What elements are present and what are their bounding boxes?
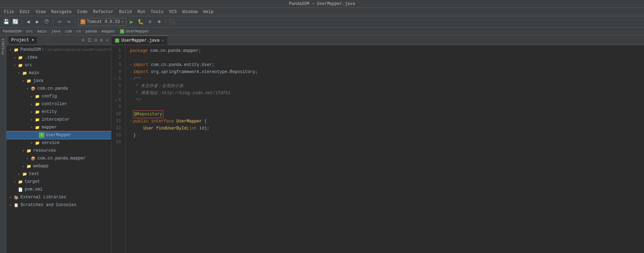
code-line-12: ▾ User findUserById(int id); bbox=[130, 125, 644, 132]
run-button[interactable]: ▶ bbox=[128, 18, 136, 26]
code-line-6: ▾ * 本文作者：谷哥的小弟 bbox=[130, 83, 644, 90]
menu-file[interactable]: File bbox=[1, 9, 17, 15]
menu-navigate[interactable]: Navigate bbox=[49, 9, 74, 15]
tree-label: interceptor bbox=[42, 117, 70, 122]
tree-item-pandassm[interactable]: 📁 PandaSSM E:\Dropbox\phoenix\JavaProjec… bbox=[6, 46, 111, 54]
menu-refactor[interactable]: Refactor bbox=[91, 9, 116, 15]
code-area[interactable]: package com.cn.panda.mapper; ▾import com… bbox=[126, 45, 644, 253]
bc-mapper[interactable]: mapper bbox=[102, 29, 116, 34]
code-line-5: ▾/** bbox=[130, 76, 644, 83]
tree-label: com.cn.panda.mapper bbox=[37, 156, 86, 161]
save-button[interactable]: 💾 bbox=[2, 18, 10, 26]
coverage-button[interactable]: ⊕ bbox=[146, 18, 154, 26]
toolbar-separator-2 bbox=[53, 18, 53, 25]
bc-panda[interactable]: panda bbox=[85, 29, 97, 34]
toolbar-separator-1 bbox=[22, 18, 22, 25]
tree-label: webapp bbox=[33, 164, 48, 169]
fold-icon-5[interactable]: ▾ bbox=[112, 77, 116, 82]
toolbar: 💾 🔄 ◀ ▶ ⏱ ↩ ↪ T Tomcat 9.0.33 ▾ ▶ 🐛 ⊕ ⊗ … bbox=[0, 16, 644, 28]
tree-item-extlibs[interactable]: 📚 External Libraries bbox=[6, 193, 111, 201]
tree-item-usermapper[interactable]: I UserMapper bbox=[6, 131, 111, 139]
code-line-8: ▾ */ bbox=[130, 97, 644, 104]
tab-close-btn[interactable]: ✕ bbox=[162, 38, 164, 43]
sidebar-icon-locate[interactable]: ⊕ bbox=[81, 37, 85, 44]
redo-button[interactable]: ↪ bbox=[65, 18, 73, 26]
tree-item-entity[interactable]: 📁 entity bbox=[6, 108, 111, 116]
sidebar-icon-settings[interactable]: ⚙ bbox=[99, 37, 103, 44]
forward-button[interactable]: ▶ bbox=[34, 18, 41, 26]
bc-com[interactable]: com bbox=[65, 29, 72, 34]
editor-tab-usermapper[interactable]: I UserMapper.java ✕ bbox=[112, 36, 168, 45]
sidebar-icon-list[interactable]: ☰ bbox=[87, 37, 92, 44]
project-vertical-tab[interactable]: Project bbox=[0, 35, 6, 57]
folder-icon: 📁 bbox=[18, 55, 23, 60]
tree-item-java[interactable]: 📁 java bbox=[6, 77, 111, 85]
sidebar-tab-project[interactable]: Project ▾ bbox=[8, 36, 37, 44]
tree-item-idea[interactable]: 📁 .idea bbox=[6, 54, 111, 61]
sidebar-icon-fold[interactable]: ⊟ bbox=[94, 37, 98, 44]
code-line-13: ▾} bbox=[130, 132, 644, 139]
menu-view[interactable]: View bbox=[33, 9, 48, 15]
fold-icon-8[interactable]: ▴ bbox=[115, 98, 117, 103]
bc-cn[interactable]: cn bbox=[76, 29, 81, 34]
back-button[interactable]: ◀ bbox=[24, 18, 32, 26]
menu-edit[interactable]: Edit bbox=[17, 9, 32, 15]
tree-item-src[interactable]: 📁 src bbox=[6, 61, 111, 69]
bc-pandassm[interactable]: PandaSSM bbox=[3, 29, 22, 34]
tree-label: resources bbox=[33, 148, 56, 153]
test-folder-icon: 📁 bbox=[22, 171, 28, 177]
menu-vcs[interactable]: VCS bbox=[167, 9, 179, 15]
editor-area[interactable]: 1 2 3 4 ▾ 5 6 7 ▴ 8 9 10 11 12 13 14 bbox=[112, 45, 644, 253]
tree-item-interceptor[interactable]: 📁 interceptor bbox=[6, 116, 111, 124]
tree-label: service bbox=[42, 140, 59, 145]
tree-item-webapp[interactable]: 📁 webapp bbox=[6, 162, 111, 170]
profile-button[interactable]: ⊗ bbox=[155, 18, 163, 26]
tree-item-comcnpanda[interactable]: 📦 com.cn.panda bbox=[6, 85, 111, 92]
debug-button[interactable]: 🐛 bbox=[137, 18, 145, 26]
tree-item-mapper[interactable]: 📁 mapper bbox=[6, 124, 111, 131]
sync-button[interactable]: 🔄 bbox=[11, 18, 19, 26]
tree-item-scratches[interactable]: 📋 Scratches and Consoles bbox=[6, 201, 111, 209]
bc-usermapper[interactable]: UserMapper bbox=[126, 29, 149, 34]
tree-item-main[interactable]: 📁 main bbox=[6, 69, 111, 77]
sidebar-icon-hide[interactable]: ✕ bbox=[105, 37, 109, 44]
tree-label: .idea bbox=[25, 55, 37, 60]
main-folder-icon: 📁 bbox=[22, 70, 28, 76]
bc-java[interactable]: java bbox=[51, 29, 60, 34]
menu-code[interactable]: Code bbox=[75, 9, 90, 15]
tree-label: src bbox=[25, 63, 32, 68]
tree-item-config[interactable]: 📁 config bbox=[6, 92, 111, 100]
tree-arrow bbox=[17, 172, 21, 176]
menu-run[interactable]: Run bbox=[135, 9, 148, 15]
extlibs-icon: 📚 bbox=[13, 194, 19, 200]
line-num-1: 1 bbox=[112, 47, 122, 54]
tomcat-run-config[interactable]: T Tomcat 9.0.33 ▾ bbox=[78, 18, 126, 26]
tree-arrow bbox=[25, 86, 30, 91]
stop-button[interactable]: ⬛ bbox=[168, 18, 176, 26]
tree-item-pom[interactable]: 📄 pom.xml bbox=[6, 186, 111, 193]
tree-item-mapper-resources[interactable]: 📦 com.cn.panda.mapper bbox=[6, 155, 111, 162]
tree-label: main bbox=[29, 71, 39, 76]
menu-window[interactable]: Window bbox=[180, 9, 200, 15]
tree-label: controller bbox=[42, 102, 67, 107]
undo-button[interactable]: ↩ bbox=[56, 18, 64, 26]
tree-item-resources[interactable]: 📁 resources bbox=[6, 147, 111, 155]
menu-build[interactable]: Build bbox=[116, 9, 134, 15]
tree-item-service[interactable]: 📁 service bbox=[6, 139, 111, 147]
bc-src[interactable]: src bbox=[26, 29, 33, 34]
tree-arrow bbox=[21, 79, 25, 83]
tree-item-test[interactable]: 📁 test bbox=[6, 170, 111, 178]
sidebar: Project ▾ ⊕ ☰ ⊟ ⚙ ✕ 📁 PandaSSM E:\Dropbo… bbox=[6, 35, 112, 253]
toolbar-separator-3 bbox=[75, 18, 76, 25]
package-icon: 📦 bbox=[30, 86, 36, 91]
tree-item-controller[interactable]: 📁 controller bbox=[6, 100, 111, 108]
controller-folder-icon: 📁 bbox=[35, 101, 40, 107]
tomcat-config-label: Tomcat 9.0.33 bbox=[87, 19, 120, 24]
menu-help[interactable]: Help bbox=[201, 9, 216, 15]
recent-button[interactable]: ⏱ bbox=[43, 18, 50, 26]
menu-tools[interactable]: Tools bbox=[148, 9, 166, 15]
tree-item-target[interactable]: 📁 target bbox=[6, 178, 111, 186]
code-line-11: ▾public interface UserMapper { bbox=[130, 118, 644, 125]
bc-main[interactable]: main bbox=[37, 29, 47, 34]
tree-arrow bbox=[13, 180, 17, 184]
